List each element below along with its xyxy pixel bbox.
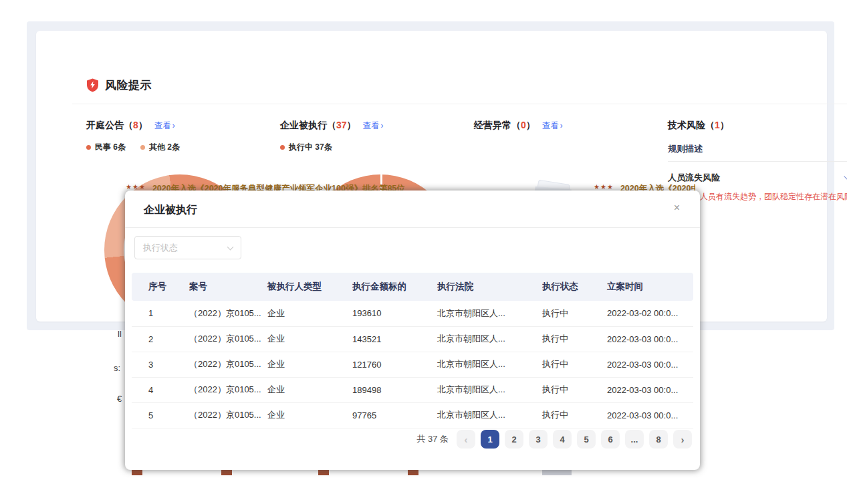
pagination-ellipsis-button[interactable]: ...: [625, 430, 644, 449]
pagination-next-button[interactable]: ›: [673, 430, 692, 449]
legend-court: 民事 6条 其他 2条: [86, 142, 180, 153]
header-divider: [72, 104, 847, 104]
select-placeholder: 执行状态: [143, 242, 178, 254]
background-chart-fragment: [132, 470, 142, 475]
modal-header-divider: [125, 227, 700, 228]
legend-item: 民事 6条: [86, 142, 126, 153]
pagination-page-button[interactable]: 2: [505, 430, 523, 449]
stars-icon: ★★★: [594, 183, 614, 191]
col-header: 案号: [172, 273, 251, 301]
table-header: 序号 案号 被执行人类型 执行金额标的 执行法院 执行状态 立案时间: [132, 273, 693, 301]
table-row: 1（2022）京0105...企业193610北京市朝阳区人...执行中2022…: [132, 301, 693, 326]
section-title: 开庭公告: [86, 120, 124, 130]
pagination-prev-button[interactable]: ‹: [457, 430, 475, 449]
background-chart-fragment: [408, 470, 418, 475]
risk-item-name: 人员流失风险: [668, 172, 720, 184]
close-icon[interactable]: ×: [670, 202, 684, 214]
table-row: 2（2022）京0105...企业143521北京市朝阳区人...执行中2022…: [132, 326, 693, 352]
pagination: 共 37 条 ‹ 1 2 3 4 5 6 ... 8 ›: [416, 430, 692, 449]
background-fragment: s:: [114, 363, 120, 373]
page: 风险提示 开庭公告（8） 查看› 民事 6条 其他 2条 企业被执行（37） 查…: [0, 0, 847, 504]
tab-rule-description[interactable]: 规则描述: [668, 143, 703, 155]
section-abnormal-operation: 经营异常（0） 查看›: [474, 119, 563, 132]
pagination-page-button[interactable]: 6: [601, 430, 620, 449]
section-count: 37: [336, 120, 347, 130]
enforcement-table: 序号 案号 被执行人类型 执行金额标的 执行法院 执行状态 立案时间 1（202…: [132, 273, 693, 428]
section-title: 技术风险: [668, 120, 705, 130]
stars-icon: ★★★: [126, 183, 146, 191]
background-chart-fragment: [318, 470, 329, 475]
section-count: 8: [133, 120, 138, 130]
chevron-right-icon: ›: [172, 121, 175, 130]
legend-item: 执行中 37条: [280, 142, 332, 153]
section-enforcement: 企业被执行（37） 查看› 执行中 37条: [280, 119, 383, 132]
pagination-page-button[interactable]: 1: [481, 430, 499, 449]
view-link-enforcement[interactable]: 查看›: [362, 121, 383, 130]
table-row: 4（2022）京0105...企业189498北京市朝阳区人...执行中2022…: [132, 377, 693, 402]
pagination-page-button[interactable]: 8: [649, 430, 668, 449]
pagination-page-button[interactable]: 5: [577, 430, 596, 449]
rule-divider: [668, 161, 847, 162]
col-header: 被执行人类型: [251, 273, 336, 301]
legend-dot-icon: [86, 145, 91, 150]
background-chart-fragment: [542, 470, 572, 475]
background-fragment: ll: [118, 329, 122, 339]
table-row: 3（2022）京0105...企业121760北京市朝阳区人...执行中2022…: [132, 352, 693, 377]
section-tech-risk: 技术风险（1） 规则描述 人员流失风险 企业研发人员有流失趋势，团队稳定性存在潜…: [668, 119, 729, 132]
table-row: 5（2022）京0105...企业97765北京市朝阳区人...执行中2022-…: [132, 402, 693, 428]
col-header: 执行法院: [420, 273, 525, 301]
background-fragment: €: [117, 394, 122, 404]
background-chart-fragment: [221, 470, 232, 475]
chevron-down-icon: [227, 243, 234, 250]
panel-title: 风险提示: [105, 78, 152, 93]
section-title: 企业被执行: [280, 120, 327, 130]
legend-enforcement: 执行中 37条: [280, 142, 332, 153]
legend-dot-icon: [140, 145, 145, 150]
risk-shield-icon: [86, 78, 99, 92]
col-header: 执行金额标的: [336, 273, 420, 301]
legend-item: 其他 2条: [140, 142, 180, 153]
section-title: 经营异常: [474, 120, 511, 130]
col-header: 立案时间: [590, 273, 693, 301]
chevron-right-icon: ›: [380, 121, 383, 130]
view-link-court[interactable]: 查看›: [154, 121, 175, 130]
risk-item-staff-loss[interactable]: 人员流失风险: [668, 172, 847, 184]
modal-title: 企业被执行: [144, 203, 197, 217]
chevron-right-icon: ›: [560, 121, 563, 130]
chevron-down-icon: [844, 172, 847, 180]
risk-panel-header: 风险提示: [86, 78, 152, 93]
section-count: 1: [715, 120, 720, 130]
pagination-page-button[interactable]: 3: [529, 430, 548, 449]
execution-status-select[interactable]: 执行状态: [134, 236, 241, 259]
legend-dot-icon: [280, 145, 285, 150]
view-link-abnormal[interactable]: 查看›: [542, 121, 563, 130]
pagination-page-button[interactable]: 4: [553, 430, 572, 449]
section-count: 0: [521, 120, 526, 130]
col-header: 执行状态: [525, 273, 590, 301]
pagination-total: 共 37 条: [416, 433, 449, 445]
enforcement-modal: 企业被执行 × 执行状态 序号 案号 被执行人类型 执行金额标的 执行法院 执行…: [125, 191, 700, 470]
section-court-announcements: 开庭公告（8） 查看› 民事 6条 其他 2条: [86, 119, 175, 132]
col-header: 序号: [132, 273, 172, 301]
